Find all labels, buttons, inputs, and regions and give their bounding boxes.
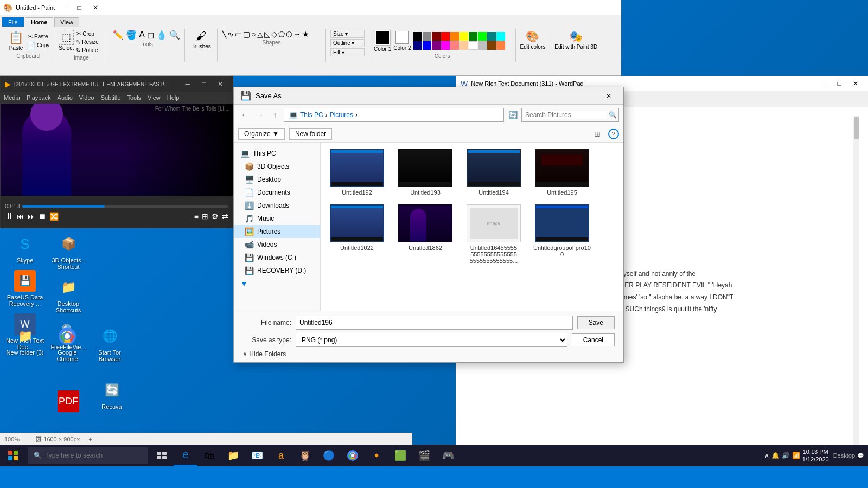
wordpad-close[interactable]: ✕ xyxy=(847,78,864,89)
media-stop-btn[interactable]: ⏹ xyxy=(39,212,46,221)
save-button[interactable]: Save xyxy=(577,316,615,329)
palette-brown[interactable] xyxy=(487,41,496,50)
tray-icon2[interactable]: 🔊 xyxy=(782,452,790,459)
file-untitled194[interactable]: Untitled194 xyxy=(464,149,524,196)
file-untitled192[interactable]: Untitled192 xyxy=(327,149,387,196)
sidebar-desktop[interactable]: 🖥️ Desktop xyxy=(234,173,320,186)
cancel-button[interactable]: Cancel xyxy=(572,333,615,346)
crop-button[interactable]: ✂Crop xyxy=(76,30,99,37)
media-seekbar[interactable] xyxy=(22,205,228,208)
tray-icon1[interactable]: 🔔 xyxy=(771,452,780,459)
picker-tool[interactable]: 💧 xyxy=(156,30,167,40)
media-menu-subtitle[interactable]: Subtitle xyxy=(101,94,121,101)
palette-pink[interactable] xyxy=(450,41,459,50)
palette-black[interactable] xyxy=(413,32,422,41)
palette-yellow[interactable] xyxy=(459,32,468,41)
sidebar-pictures[interactable]: 🖼️ Pictures xyxy=(234,225,320,238)
color1-swatch[interactable] xyxy=(375,30,390,45)
taskbar-search[interactable]: 🔍 xyxy=(28,447,148,464)
sidebar-scroll-down[interactable]: ▼ xyxy=(234,277,320,290)
outline-selector[interactable]: Outline ▾ xyxy=(330,39,365,47)
desktop-show-btn[interactable]: Desktop xyxy=(833,452,855,459)
media-close[interactable]: ✕ xyxy=(212,79,228,89)
media-menu-tools[interactable]: Tools xyxy=(127,94,141,101)
resize-button[interactable]: ⤡Resize xyxy=(76,38,99,46)
media-next-btn[interactable]: ⏭ xyxy=(28,212,35,221)
file-untitled1862[interactable]: Untitled1862 xyxy=(395,204,455,264)
nav-back[interactable]: ← xyxy=(238,108,251,121)
breadcrumb-pictures[interactable]: Pictures xyxy=(330,111,353,119)
nav-refresh[interactable]: 🔄 xyxy=(506,108,519,121)
palette-peach[interactable] xyxy=(459,41,468,50)
wordpad-scrollbar[interactable] xyxy=(853,116,859,458)
taskbar-chrome-pinned[interactable] xyxy=(341,445,365,466)
select-button[interactable]: ⬚ Select xyxy=(59,30,74,54)
media-menu-help[interactable]: Help xyxy=(167,94,180,101)
paste-button[interactable]: 📋 Paste xyxy=(7,30,25,52)
media-menu-media[interactable]: Media xyxy=(4,94,20,101)
media-menu-view[interactable]: View xyxy=(148,94,161,101)
taskbar-store[interactable]: 🛍 xyxy=(197,445,221,466)
media-play-btn[interactable]: ⏸ xyxy=(5,211,14,221)
palette-white[interactable] xyxy=(469,41,477,50)
media-minimize[interactable]: ─ xyxy=(180,79,196,89)
paint-tab-view[interactable]: View xyxy=(54,17,79,27)
new-folder-button[interactable]: New folder xyxy=(289,128,332,140)
palette-silver[interactable] xyxy=(478,41,487,50)
taskbar-app7[interactable]: 🔵 xyxy=(317,445,341,466)
desktop-icon-pdf[interactable]: PDF xyxy=(49,390,88,414)
edit-with-paint3d-button[interactable]: 🎭 xyxy=(569,30,583,43)
paint-tab-file[interactable]: File xyxy=(2,17,24,27)
taskbar-mail[interactable]: 📧 xyxy=(245,445,269,466)
fill-selector[interactable]: Fill ▾ xyxy=(330,48,365,56)
media-shuffle-btn[interactable]: 🔀 xyxy=(49,212,59,221)
sidebar-downloads[interactable]: ⬇️ Downloads xyxy=(234,199,320,212)
savetype-select[interactable]: PNG (*.png) xyxy=(296,333,567,347)
tray-up-arrow[interactable]: ∧ xyxy=(764,452,769,459)
brushes-button[interactable]: 🖌 xyxy=(196,30,207,42)
sidebar-3d-objects[interactable]: 📦 3D Objects xyxy=(234,160,320,173)
shape-hex[interactable]: ⬡ xyxy=(286,30,292,38)
palette-purple[interactable] xyxy=(432,41,441,50)
filename-input[interactable] xyxy=(296,316,573,330)
taskbar-app10[interactable]: 🟩 xyxy=(388,445,412,466)
taskbar-tripadvisor[interactable]: 🦉 xyxy=(293,445,317,466)
eraser-tool[interactable]: ◻ xyxy=(147,30,154,40)
shape-right-tri[interactable]: ◺ xyxy=(264,30,270,38)
desktop-icon-newfolder3[interactable]: 📁 New folder (3) xyxy=(5,325,44,362)
copy-button[interactable]: 📄Copy xyxy=(28,42,49,49)
shape-triangle[interactable]: △ xyxy=(257,30,263,38)
sidebar-documents[interactable]: 📄 Documents xyxy=(234,186,320,199)
palette-red[interactable] xyxy=(441,32,450,41)
media-random-btn[interactable]: ⇄ xyxy=(222,212,228,221)
shape-pentagon[interactable]: ⬠ xyxy=(278,30,285,38)
shape-round-rect[interactable]: ▢ xyxy=(243,30,250,38)
shape-ellipse[interactable]: ○ xyxy=(251,30,256,38)
paint-maximize[interactable]: □ xyxy=(71,2,87,13)
desktop-icon-3dobjects[interactable]: 📦 3D Objects - Shortcut xyxy=(49,233,88,270)
dialog-close[interactable]: ✕ xyxy=(601,91,617,101)
palette-lime[interactable] xyxy=(478,32,487,41)
pencil-tool[interactable]: ✏️ xyxy=(113,30,124,40)
search-input[interactable] xyxy=(525,111,607,119)
breadcrumb-thispc[interactable]: This PC xyxy=(300,111,323,119)
media-settings-btn[interactable]: ⚙ xyxy=(212,212,219,221)
taskbar-app11[interactable]: 🎬 xyxy=(412,445,436,466)
palette-lightorange[interactable] xyxy=(496,41,505,50)
nav-forward[interactable]: → xyxy=(253,108,266,121)
taskbar-edge[interactable]: e xyxy=(174,445,197,466)
task-view-btn[interactable] xyxy=(150,445,174,466)
media-prev-btn[interactable]: ⏮ xyxy=(17,212,24,221)
nav-up[interactable]: ↑ xyxy=(269,108,282,121)
magnify-tool[interactable]: 🔍 xyxy=(169,30,180,40)
organize-button[interactable]: Organize ▼ xyxy=(238,128,285,140)
sidebar-music[interactable]: 🎵 Music xyxy=(234,212,320,225)
palette-magenta[interactable] xyxy=(441,41,450,50)
palette-navy[interactable] xyxy=(413,41,422,50)
palette-green[interactable] xyxy=(469,32,477,41)
desktop-icon-chrome[interactable]: Google Chrome xyxy=(48,325,87,362)
fill-tool[interactable]: 🪣 xyxy=(126,30,137,40)
palette-orange[interactable] xyxy=(450,32,459,41)
paint-minimize[interactable]: ─ xyxy=(55,2,71,13)
palette-cyan[interactable] xyxy=(496,32,505,41)
